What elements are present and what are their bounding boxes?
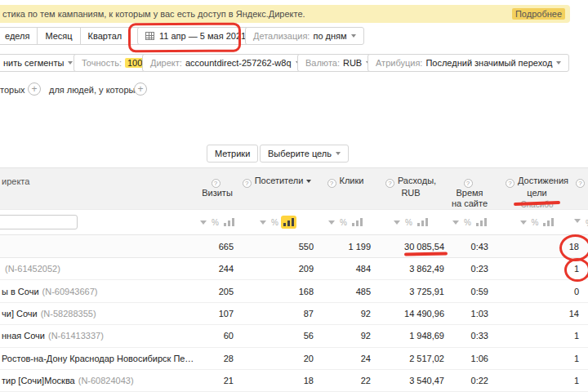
campaign-name-cell[interactable]: нная Сочи(N-61413337) bbox=[0, 331, 198, 341]
table-row[interactable]: нная Сочи(N-61413337)6056921 948,690:331 bbox=[0, 325, 588, 347]
tab-week[interactable]: еделя bbox=[0, 27, 38, 45]
percent-icon[interactable] bbox=[464, 218, 471, 227]
percent-icon[interactable] bbox=[212, 218, 219, 227]
campaign-number: (N-61452052) bbox=[5, 264, 60, 274]
metric-value: 209 bbox=[237, 264, 317, 274]
percent-icon[interactable] bbox=[532, 218, 539, 227]
campaign-name[interactable]: тир [Сочи]Москва bbox=[2, 376, 75, 385]
help-icon[interactable] bbox=[506, 179, 514, 188]
metric-value: 168 bbox=[237, 287, 317, 296]
table-row[interactable]: ы в Сочи(N-60943667)2051684853 725,910:5… bbox=[0, 280, 588, 302]
filter-icon[interactable] bbox=[520, 220, 527, 225]
chevron-down-icon bbox=[351, 34, 356, 38]
total-clicks: 1 199 bbox=[317, 242, 374, 252]
sort-bars-icon[interactable] bbox=[476, 218, 487, 226]
filter-icon[interactable] bbox=[452, 220, 459, 225]
metric-value: 24 bbox=[317, 354, 374, 363]
date-range-button[interactable]: 11 апр — 5 мая 2021 bbox=[137, 27, 254, 45]
table-row[interactable]: чи] Сочи(N-58288355)107879214 490,961:03… bbox=[0, 303, 588, 325]
metrics-button[interactable]: Метрики bbox=[207, 145, 258, 163]
column-header-goal-reaches[interactable]: Достижения цели Спасибо bbox=[492, 168, 582, 209]
help-icon[interactable] bbox=[464, 179, 473, 188]
detalization-dropdown[interactable]: Детализация: по дням bbox=[245, 27, 364, 45]
filter-icon[interactable] bbox=[200, 220, 207, 225]
percent-icon[interactable] bbox=[340, 218, 347, 227]
metric-value: 1:06 bbox=[448, 354, 492, 363]
attribution-value: Последний значимый переход bbox=[425, 58, 552, 68]
help-icon[interactable] bbox=[576, 179, 585, 188]
filter-cell-visits bbox=[198, 218, 237, 227]
column-header-time-on-site[interactable]: Время на сайте bbox=[448, 168, 492, 209]
metric-value: 1 bbox=[492, 354, 582, 363]
segments-dropdown[interactable]: нить сегменты bbox=[0, 54, 81, 72]
sort-bars-icon[interactable] bbox=[417, 218, 428, 226]
metric-value: 92 bbox=[317, 309, 374, 318]
campaign-name-cell[interactable]: ы в Сочи(N-60943667) bbox=[0, 287, 198, 296]
tab-quarter[interactable]: Квартал bbox=[80, 27, 131, 45]
direct-value: accountdirect-257262-w8q bbox=[185, 58, 292, 68]
help-icon[interactable] bbox=[212, 179, 220, 188]
table-body: (N-61452052)2442094843 862,490:231ы в Со… bbox=[0, 258, 588, 392]
campaign-name-cell[interactable]: тир [Сочи]Москва(N-60824043) bbox=[0, 376, 198, 385]
campaign-number: (N-60824043) bbox=[78, 376, 134, 385]
accuracy-label: Точность: bbox=[82, 58, 122, 68]
campaign-name[interactable]: ы в Сочи bbox=[2, 287, 39, 296]
goal-name-sublabel: Спасибо bbox=[503, 199, 571, 210]
metric-value: 18 bbox=[237, 376, 317, 385]
attribution-dropdown[interactable]: Атрибуция: Последний значимый переход bbox=[368, 54, 569, 72]
metric-value: 205 bbox=[198, 287, 237, 296]
choose-goal-dropdown[interactable]: Выберите цель bbox=[260, 145, 349, 163]
help-icon[interactable] bbox=[385, 179, 394, 188]
add-visit-condition-button[interactable] bbox=[28, 82, 41, 96]
chevron-down-icon bbox=[336, 152, 341, 155]
sort-bars-icon-active[interactable] bbox=[283, 218, 294, 226]
table-row[interactable]: тир [Сочи]Москва(N-60824043)2118223 540,… bbox=[0, 370, 588, 392]
table-row[interactable]: Ростов-на-Дону Краснодар Новосибирск Пет… bbox=[0, 348, 588, 370]
table-row[interactable]: (N-61452052)2442094843 862,490:231 bbox=[0, 258, 588, 280]
metric-value: 0 bbox=[492, 287, 582, 296]
percent-icon[interactable] bbox=[271, 218, 278, 227]
sort-bars-icon[interactable] bbox=[352, 218, 363, 226]
add-people-condition-button[interactable] bbox=[134, 82, 147, 96]
campaign-search-input[interactable] bbox=[0, 215, 78, 229]
direct-account-dropdown[interactable]: Директ: accountdirect-257262-w8q bbox=[142, 54, 309, 72]
sort-bars-icon[interactable] bbox=[224, 218, 234, 226]
column-header-visits[interactable]: Визиты bbox=[198, 168, 237, 209]
visits-condition-label: торых bbox=[0, 85, 25, 95]
filter-icon[interactable] bbox=[574, 219, 581, 223]
column-header-clicks[interactable]: Клики bbox=[317, 168, 374, 209]
percent-icon[interactable] bbox=[405, 218, 412, 227]
chevron-down-icon bbox=[68, 61, 73, 65]
metric-value: 22 bbox=[317, 376, 374, 385]
campaign-name-cell[interactable]: (N-61452052) bbox=[0, 264, 198, 274]
campaign-name[interactable]: чи] Сочи bbox=[2, 309, 38, 318]
campaign-name[interactable]: нная Сочи bbox=[2, 331, 45, 341]
date-range-label: 11 апр — 5 мая 2021 bbox=[159, 31, 246, 41]
campaign-number: (N-61413337) bbox=[48, 331, 104, 341]
help-icon[interactable] bbox=[243, 179, 252, 188]
help-icon[interactable] bbox=[327, 179, 336, 188]
table-filter-row bbox=[0, 210, 588, 235]
metric-value: 107 bbox=[198, 309, 237, 318]
metric-value: 1 948,69 bbox=[374, 331, 448, 341]
campaign-name-cell[interactable]: чи] Сочи(N-58288355) bbox=[0, 309, 198, 318]
filter-icon[interactable] bbox=[394, 220, 400, 225]
metric-value: 1 bbox=[492, 264, 582, 274]
column-header-visitors[interactable]: Посетители bbox=[237, 168, 317, 209]
banner-more-link[interactable]: Подробнее bbox=[512, 8, 565, 20]
campaign-name-cell[interactable]: Ростов-на-Дону Краснодар Новосибирск Пет… bbox=[0, 354, 198, 363]
campaign-name[interactable]: Ростов-на-Дону Краснодар Новосибирск Пет… bbox=[2, 354, 198, 363]
metric-value: 1:03 bbox=[448, 309, 492, 318]
currency-value: RUB bbox=[343, 58, 362, 68]
metric-value: 0:59 bbox=[448, 287, 492, 296]
first-column-header-label: иректа bbox=[2, 176, 29, 186]
metric-value: 485 bbox=[317, 287, 374, 296]
filter-icon[interactable] bbox=[328, 220, 335, 225]
filter-icon[interactable] bbox=[260, 220, 266, 225]
calendar-grid-icon bbox=[145, 32, 154, 40]
column-header-costs[interactable]: Расходы, RUB bbox=[374, 168, 448, 209]
sort-bars-icon[interactable] bbox=[543, 218, 554, 226]
metric-value: 2 517,02 bbox=[374, 354, 448, 363]
tab-month[interactable]: Месяц bbox=[37, 27, 80, 45]
currency-label: Валюта: bbox=[305, 58, 340, 68]
